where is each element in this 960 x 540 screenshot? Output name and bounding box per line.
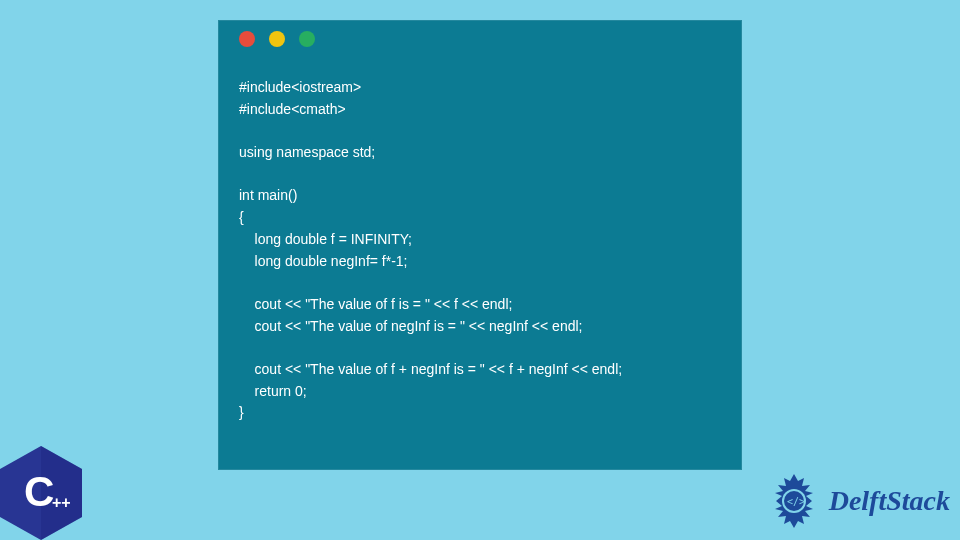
maximize-icon[interactable] — [299, 31, 315, 47]
cpp-logo-icon: C ++ — [0, 446, 82, 540]
brand-logo: </> DelftStack — [765, 472, 950, 530]
cpp-letter: C — [24, 468, 54, 515]
brand-emblem-icon: </> — [765, 472, 823, 530]
code-window: #include<iostream> #include<cmath> using… — [218, 20, 742, 470]
window-titlebar — [219, 21, 741, 57]
brand-name: DelftStack — [829, 485, 950, 517]
minimize-icon[interactable] — [269, 31, 285, 47]
cpp-plus: ++ — [52, 494, 71, 511]
close-icon[interactable] — [239, 31, 255, 47]
code-body: #include<iostream> #include<cmath> using… — [219, 57, 741, 436]
svg-text:</>: </> — [787, 496, 805, 507]
